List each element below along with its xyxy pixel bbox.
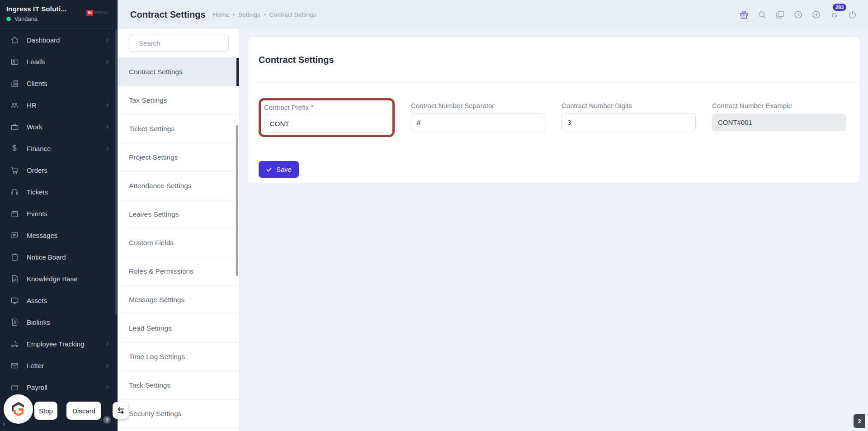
settings-item-custom-fields[interactable]: Custom Fields <box>118 229 239 257</box>
settings-item-roles-permissions[interactable]: Roles & Permissions <box>118 257 239 286</box>
save-button-label: Save <box>276 166 292 173</box>
sidebar-item-knowledge-base[interactable]: Knowledge Base <box>0 268 118 289</box>
search-icon[interactable] <box>757 10 767 19</box>
breadcrumb-settings[interactable]: Settings <box>229 11 260 18</box>
save-button[interactable]: Save <box>259 161 299 178</box>
sidebar-item-clients[interactable]: Clients <box>0 72 118 94</box>
settings-item-attendance[interactable]: Attendance Settings <box>118 172 239 200</box>
sidebar-item-messages[interactable]: Messages <box>0 224 118 246</box>
settings-scrollbar[interactable] <box>236 125 238 276</box>
settings-nav-panel: Contract Settings Tax Settings Ticket Se… <box>118 29 239 431</box>
headset-icon <box>10 188 19 196</box>
online-status-dot <box>6 17 11 21</box>
help-badge[interactable]: ? <box>103 416 111 424</box>
chevron-right-icon <box>104 37 110 43</box>
sidebar-item-finance[interactable]: $ Finance <box>0 137 118 159</box>
settings-list: Contract Settings Tax Settings Ticket Se… <box>118 57 239 428</box>
settings-item-leaves[interactable]: Leaves Settings <box>118 200 239 229</box>
field-label: Contract Number Example <box>712 102 792 109</box>
sidebar-item-work[interactable]: Work <box>0 116 118 137</box>
notifications-bell-icon[interactable]: 283 <box>830 10 839 19</box>
recorder-logo[interactable] <box>4 394 33 424</box>
fields-row: Contract Prefix* Contract Number Separat… <box>248 82 859 137</box>
required-asterisk: * <box>311 104 313 110</box>
settings-item-lead[interactable]: Lead Settings <box>118 314 239 343</box>
ingress-logo: IN GRESS <box>86 10 108 16</box>
settings-search-box[interactable] <box>129 35 229 52</box>
contract-prefix-input[interactable] <box>264 115 389 133</box>
envelope-icon <box>10 361 19 370</box>
monitor-icon <box>10 296 19 305</box>
leads-icon <box>10 57 19 66</box>
settings-item-time-log[interactable]: Time Log Settings <box>118 343 239 371</box>
settings-item-ticket[interactable]: Ticket Settings <box>118 115 239 143</box>
sidebar-item-events[interactable]: Events <box>0 203 118 224</box>
chevron-right-icon <box>104 341 110 347</box>
clipboard-icon <box>10 253 19 261</box>
sidebar-item-dashboard[interactable]: Dashboard <box>0 29 118 51</box>
topbar: Contract Settings Home Settings Contract… <box>118 0 868 29</box>
sidebar-item-biolinks[interactable]: Biolinks <box>0 311 118 333</box>
cart-icon <box>10 166 19 175</box>
stop-button[interactable]: Stop <box>34 402 57 420</box>
sidebar-collapse-icon[interactable]: ‹ <box>3 420 5 427</box>
chevron-right-icon <box>104 59 110 65</box>
app-sidebar: Ingress IT Soluti... Vandana IN GRESS Da… <box>0 0 118 431</box>
hex-g-logo-icon <box>10 401 27 418</box>
check-icon <box>266 166 272 173</box>
settings-item-project[interactable]: Project Settings <box>118 143 239 172</box>
user-name: Vandana <box>14 15 38 22</box>
field-label: Contract Number Separator <box>411 102 494 109</box>
add-icon[interactable] <box>811 10 821 19</box>
settings-item-message[interactable]: Message Settings <box>118 286 239 314</box>
gift-icon[interactable] <box>739 10 749 19</box>
sidebar-scrollbar[interactable] <box>115 30 117 315</box>
chevron-right-icon <box>104 146 110 152</box>
breadcrumb: Home Settings Contract Settings <box>213 11 316 18</box>
logo-in-text: IN <box>86 10 93 16</box>
sidebar-item-employee-tracking[interactable]: Employee Tracking <box>0 333 118 355</box>
briefcase-icon <box>10 123 19 131</box>
hr-people-icon <box>10 101 19 109</box>
company-header[interactable]: Ingress IT Soluti... Vandana IN GRESS <box>0 0 118 29</box>
settings-item-security[interactable]: Security Settings <box>118 400 239 428</box>
discard-button[interactable]: Discard <box>66 402 101 420</box>
dollar-icon: $ <box>10 144 19 152</box>
breadcrumb-current: Contract Settings <box>260 11 316 18</box>
sidebar-item-orders[interactable]: Orders <box>0 159 118 181</box>
field-contract-separator: Contract Number Separator <box>411 102 545 131</box>
swap-arrows-icon <box>117 407 125 414</box>
clock-icon[interactable] <box>793 10 803 19</box>
sidebar-item-letter[interactable]: Letter <box>0 355 118 376</box>
document-icon <box>10 275 19 283</box>
contract-digits-input[interactable] <box>561 114 696 131</box>
topbar-icons: 283 <box>739 10 857 19</box>
sidebar-item-leads[interactable]: Leads <box>0 51 118 72</box>
settings-item-contract[interactable]: Contract Settings <box>118 58 239 86</box>
calendar-icon <box>10 209 19 218</box>
sidebar-item-hr[interactable]: HR <box>0 94 118 116</box>
contract-settings-card: Contract Settings Contract Prefix* Contr… <box>248 37 859 183</box>
home-icon <box>10 36 19 44</box>
chevron-right-icon <box>104 363 110 369</box>
wallet-icon <box>10 383 19 392</box>
page-title: Contract Settings <box>130 9 206 20</box>
contract-separator-input[interactable] <box>411 114 545 131</box>
breadcrumb-home[interactable]: Home <box>213 11 229 18</box>
power-icon[interactable] <box>848 10 857 19</box>
field-contract-digits: Contract Number Digits <box>561 102 696 131</box>
swap-arrows-button[interactable] <box>113 402 128 419</box>
notification-count-badge: 283 <box>833 4 846 11</box>
settings-search-input[interactable] <box>139 39 229 47</box>
chevron-right-icon <box>104 102 110 108</box>
sidebar-item-assets[interactable]: Assets <box>0 289 118 311</box>
annotation-highlight: Contract Prefix* <box>259 98 395 137</box>
settings-item-tax[interactable]: Tax Settings <box>118 86 239 115</box>
sidebar-item-tickets[interactable]: Tickets <box>0 181 118 203</box>
notes-icon[interactable] <box>775 10 785 19</box>
logo-gress-text: GRESS <box>93 11 108 15</box>
contract-example-input <box>712 114 846 131</box>
pages-count-badge[interactable]: 2 <box>854 414 865 428</box>
sidebar-item-notice-board[interactable]: Notice Board <box>0 246 118 268</box>
settings-item-task[interactable]: Task Settings <box>118 371 239 400</box>
